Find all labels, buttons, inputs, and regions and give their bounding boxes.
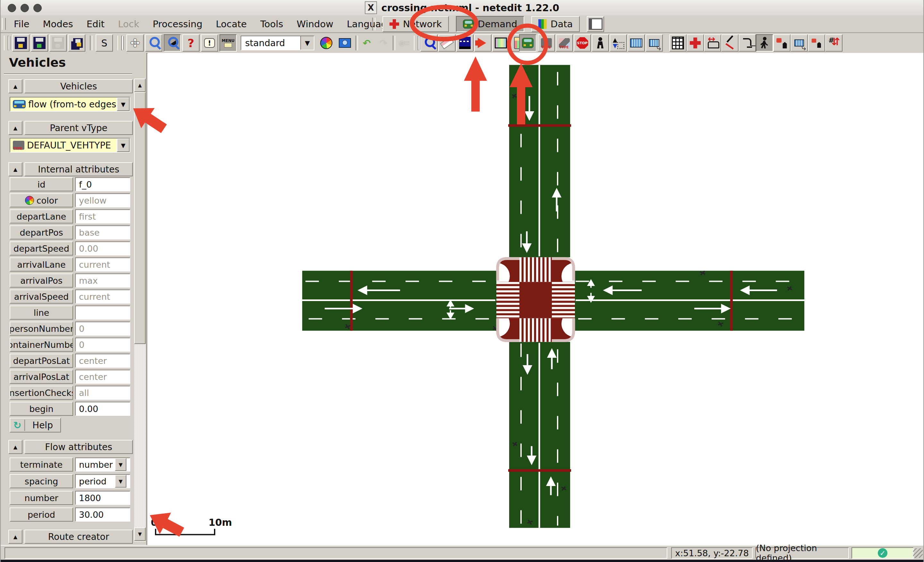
collapse-internal-button[interactable]: ▲ [8, 162, 22, 176]
collapse-flow-button[interactable]: ▲ [8, 440, 22, 454]
vehicle-type-combobox[interactable]: flow (from-to edges) ▼ [10, 97, 130, 112]
sidebar-scrollbar[interactable]: ▲ ▼ [134, 79, 146, 542]
scroll-down-button[interactable]: ▼ [134, 528, 146, 541]
menu-file[interactable]: File [7, 16, 36, 31]
scrollbar-thumb[interactable] [134, 92, 146, 344]
combo-arrow-icon[interactable]: ▼ [300, 36, 314, 50]
parent-vtype-label[interactable]: Parent vType [24, 121, 133, 135]
network-view[interactable]: 0 10m [148, 53, 924, 545]
zoom-extent-button[interactable] [145, 34, 162, 52]
period-input[interactable]: 30.00 [75, 508, 130, 522]
menu-tools[interactable]: Tools [254, 16, 290, 31]
toggle-grid-button[interactable] [669, 34, 687, 52]
type-mode-button[interactable] [538, 34, 555, 52]
scroll-up-button[interactable]: ▲ [134, 79, 146, 92]
menu-locate[interactable]: Locate [209, 16, 254, 31]
zoom-region-button[interactable] [164, 34, 181, 52]
menu-toggle-button[interactable]: MENU [219, 34, 237, 52]
view-preset-combobox[interactable]: standard ▼ [241, 36, 314, 50]
toolbar-grip[interactable] [4, 36, 8, 50]
arrivalpos-input[interactable]: max [75, 274, 130, 288]
departspeed-input[interactable]: 0.00 [75, 241, 130, 256]
help-button[interactable]: ↻ Help [10, 418, 61, 432]
toggle-lock-person-button[interactable] [773, 34, 790, 52]
collapse-route-creator-button[interactable]: ▲ [8, 530, 22, 544]
undolist-button[interactable]: ◉≡ [394, 34, 412, 52]
stop-mode-button[interactable]: STOP [574, 34, 591, 52]
menu-modes[interactable]: Modes [36, 16, 80, 31]
save-network-button[interactable] [12, 34, 30, 52]
departposlat-input[interactable]: center [75, 354, 130, 368]
screenshot-button[interactable] [336, 34, 354, 52]
junction-center[interactable] [519, 282, 552, 318]
vehicle-combo-arrow-icon[interactable]: ▼ [117, 97, 130, 111]
arrivalspeed-input[interactable]: current [75, 290, 130, 303]
insertionchecks-input[interactable]: all [75, 386, 130, 400]
simulation-button[interactable]: S [96, 34, 113, 52]
spacing-select[interactable]: period▼ [75, 474, 130, 488]
redo-button[interactable]: ↷ [375, 34, 392, 52]
person-mode-button[interactable] [592, 34, 609, 52]
parent-vtype-combobox[interactable]: DEFAULT_VEHTYPE ▼ [10, 138, 130, 152]
demand-supermode-button[interactable]: Demand [456, 16, 524, 32]
menu-processing[interactable]: Processing [146, 16, 209, 31]
junction[interactable] [483, 257, 588, 342]
collapse-vtype-button[interactable]: ▲ [8, 121, 22, 135]
line-input[interactable] [75, 305, 130, 320]
menu-window[interactable]: Window [290, 16, 340, 31]
spacing-dropdown-icon[interactable]: ▼ [115, 475, 126, 487]
toggle-show-pedestrians-button[interactable] [756, 34, 773, 52]
toolbar-grip-3[interactable] [414, 36, 418, 50]
toggle-frame-button[interactable] [587, 16, 604, 32]
route-creator-label[interactable]: Route creator [24, 530, 133, 544]
save-sumo-config-button[interactable] [31, 34, 48, 52]
network-canvas[interactable]: 0 10m [148, 53, 924, 545]
terminate-dropdown-icon[interactable]: ▼ [115, 458, 126, 471]
containernumber-input[interactable]: 0 [75, 338, 130, 352]
inspect-mode-button[interactable] [420, 34, 438, 52]
container-plan-mode-button[interactable] [645, 34, 663, 52]
save-disabled-button[interactable] [50, 34, 67, 52]
vehicle-mode-button[interactable] [519, 34, 536, 52]
toggle-show-routes-button[interactable] [738, 34, 756, 52]
move-mode-button[interactable] [474, 34, 492, 52]
undo-button[interactable]: ↶ [358, 34, 375, 52]
departlane-input[interactable]: first [75, 209, 130, 223]
terminate-select[interactable]: number▼ [75, 457, 130, 472]
data-supermode-button[interactable]: Data [531, 16, 580, 32]
select-mode-button[interactable] [456, 34, 474, 52]
toggle-junction-shape-button[interactable] [687, 34, 704, 52]
departpos-input[interactable]: base [75, 226, 130, 239]
toggle-draw-shapes-button[interactable] [721, 34, 738, 52]
begin-input[interactable]: 0.00 [75, 402, 130, 416]
collapse-vehicles-button[interactable]: ▲ [8, 79, 22, 93]
arrivallane-input[interactable]: current [75, 257, 130, 272]
toggle-draw-vehicle-size-button[interactable] [704, 34, 721, 52]
menubar-grip[interactable] [2, 18, 6, 30]
internal-attributes-label[interactable]: Internal attributes [24, 162, 133, 176]
save-all-button[interactable] [68, 34, 86, 52]
id-input[interactable]: f_0 [75, 177, 130, 191]
delete-mode-button[interactable] [438, 34, 456, 52]
toolbar-grip-2[interactable] [117, 36, 122, 50]
route-mode-button[interactable] [492, 34, 510, 52]
person-plan-mode-button[interactable] [610, 34, 627, 52]
context-help-button[interactable]: ? [182, 34, 200, 52]
color-button[interactable]: color [10, 193, 73, 208]
edit-coloring-button[interactable] [318, 34, 335, 52]
toggle-lock-container-button[interactable] [808, 34, 825, 52]
container-mode-button[interactable] [627, 34, 645, 52]
menu-edit[interactable]: Edit [80, 16, 111, 31]
network-supermode-button[interactable]: Network [382, 16, 449, 32]
message-window-button[interactable]: ! [201, 34, 218, 52]
vehicles-group-label[interactable]: Vehicles [24, 79, 133, 93]
personnumber-input[interactable]: 0 [75, 321, 130, 336]
vtype-combo-arrow-icon[interactable]: ▼ [117, 139, 130, 152]
toggle-flow-number-button[interactable] [825, 34, 843, 52]
type-distribution-button[interactable] [556, 34, 573, 52]
arrivalposlat-input[interactable]: center [75, 370, 130, 384]
color-input[interactable]: yellow [75, 193, 130, 208]
menu-lock[interactable]: Lock [111, 16, 146, 31]
number-input[interactable]: 1800 [75, 491, 130, 505]
toggle-container-route-button[interactable] [790, 34, 808, 52]
